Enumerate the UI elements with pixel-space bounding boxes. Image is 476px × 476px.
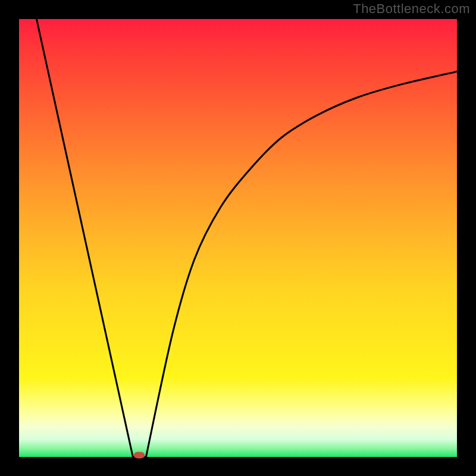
chart-frame: TheBottleneck.com	[0, 0, 476, 476]
plot-area	[19, 19, 457, 457]
minimum-marker	[134, 452, 145, 459]
curve-path	[36, 19, 457, 457]
bottleneck-curve	[19, 19, 457, 457]
watermark-text: TheBottleneck.com	[353, 1, 470, 17]
